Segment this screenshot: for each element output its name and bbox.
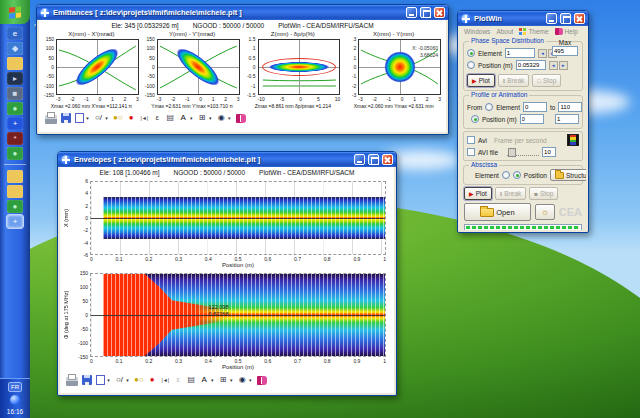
position-from-field[interactable] (520, 114, 544, 124)
position-radio[interactable] (467, 61, 475, 69)
grid-icon[interactable]: ▤ (166, 113, 175, 124)
start-button[interactable] (0, 0, 30, 24)
minimize-button[interactable] (546, 13, 557, 24)
spin-left-icon[interactable]: ◄ (538, 49, 547, 58)
language-indicator[interactable]: FR (8, 382, 22, 392)
layout-icon[interactable]: ⊞ (198, 113, 207, 124)
eye-icon[interactable]: ◉ (217, 113, 226, 124)
plot-canvas[interactable]: X: -0.05060 3.68024 (358, 39, 441, 95)
plotwin-titlebar[interactable]: PlotWin (458, 11, 588, 26)
minimize-button[interactable] (406, 7, 417, 18)
eye-caret[interactable]: ▾ (227, 116, 232, 121)
avi-file-checkbox[interactable] (467, 148, 475, 156)
element-to-field[interactable] (558, 102, 582, 112)
task-folder-window-2[interactable] (7, 185, 23, 198)
task-folder-window-1[interactable] (7, 170, 23, 183)
structure-button[interactable]: Structure (550, 169, 586, 181)
layout-caret[interactable]: ▾ (208, 116, 213, 121)
emittance-epsilon-icon[interactable]: ε (174, 375, 183, 386)
fps-slider[interactable] (507, 148, 539, 156)
tray-icon[interactable] (10, 395, 20, 405)
abscissa-stop-button[interactable]: ■ Stop (529, 187, 558, 200)
copy-dropdown-caret[interactable]: ▾ (85, 116, 90, 121)
text-icon[interactable]: A (179, 113, 188, 124)
plot-canvas[interactable] (90, 181, 386, 255)
spin-left-icon[interactable]: ◄ (549, 61, 558, 70)
plot-canvas[interactable] (258, 39, 341, 95)
quicklaunch-display-app[interactable]: ■ (7, 87, 23, 100)
task-plotwin-window[interactable]: + (7, 215, 23, 228)
close-button[interactable] (434, 7, 445, 18)
open-button[interactable]: Open (464, 203, 531, 221)
marker-style-caret[interactable]: ▾ (104, 116, 109, 121)
envelopes-titlebar[interactable]: Envelopes [ z:\dev\projets\ifmif\michele… (58, 152, 396, 167)
element-from-field[interactable] (523, 102, 547, 112)
print-icon[interactable] (66, 377, 78, 386)
point-color-icon[interactable]: ●○ (113, 113, 123, 124)
record-icon[interactable]: ● (127, 113, 136, 124)
quicklaunch-green-orb-2[interactable]: ● (7, 147, 23, 160)
quicklaunch-folder[interactable] (7, 57, 23, 70)
range-icon[interactable]: |◄| (161, 375, 170, 386)
emittances-titlebar[interactable]: Emittances [ z:\dev\projets\ifmif\michel… (37, 5, 448, 20)
settings-button[interactable]: ☼ (535, 204, 555, 220)
marker-style-icon[interactable]: ○/ (115, 375, 124, 386)
save-icon[interactable] (61, 113, 71, 123)
plot-button[interactable]: ▶ Plot (467, 74, 495, 87)
record-icon[interactable]: ● (148, 375, 157, 386)
menu-windows[interactable]: Windows (464, 28, 490, 35)
copy-icon[interactable] (96, 375, 105, 385)
menu-help[interactable]: Help (555, 28, 578, 35)
grid-icon[interactable]: ▤ (187, 375, 196, 386)
task-green-app-window[interactable]: ● (7, 200, 23, 213)
maximize-button[interactable] (420, 7, 431, 18)
quicklaunch-app-blue[interactable]: ◆ (7, 42, 23, 55)
plot-canvas[interactable] (56, 39, 139, 95)
maximize-button[interactable] (368, 154, 379, 165)
eye-caret[interactable]: ▾ (248, 378, 253, 383)
close-button[interactable] (382, 154, 393, 165)
layout-icon[interactable]: ⊞ (219, 375, 228, 386)
minimize-button[interactable] (354, 154, 365, 165)
quicklaunch-media-app[interactable]: ▸ (7, 72, 23, 85)
help-book-icon[interactable] (257, 376, 267, 385)
close-button[interactable] (574, 13, 585, 24)
quicklaunch-green-orb[interactable]: ● (7, 102, 23, 115)
text-icon[interactable]: A (200, 375, 209, 386)
print-icon[interactable] (45, 115, 57, 124)
break-button[interactable]: ‖ Break (498, 74, 529, 87)
plot-canvas[interactable] (157, 39, 240, 95)
copy-icon[interactable] (75, 113, 84, 123)
range-icon[interactable]: |◄| (140, 113, 149, 124)
point-color-icon[interactable]: ●○ (134, 375, 144, 386)
emittance-epsilon-icon[interactable]: ε (153, 113, 162, 124)
fps-field[interactable] (542, 147, 556, 157)
element-radio[interactable] (467, 49, 475, 57)
layout-caret[interactable]: ▾ (229, 378, 234, 383)
abscissa-break-button[interactable]: ‖ Break (495, 187, 526, 200)
position-spinner[interactable]: ◄ ► (549, 61, 568, 70)
profile-position-radio[interactable] (471, 115, 479, 123)
quicklaunch-red-app[interactable]: * (7, 132, 23, 145)
plot-canvas[interactable]: 122.098 0.82268 (90, 273, 386, 357)
abscissa-position-radio[interactable] (513, 171, 521, 179)
marker-style-icon[interactable]: ○/ (94, 113, 103, 124)
element-field[interactable] (505, 48, 535, 58)
max-field[interactable] (552, 46, 578, 56)
maximize-button[interactable] (560, 13, 571, 24)
stop-button[interactable]: □ Stop (532, 74, 561, 87)
copy-dropdown-caret[interactable]: ▾ (106, 378, 111, 383)
text-caret[interactable]: ▾ (189, 116, 194, 121)
position-field[interactable] (516, 60, 546, 70)
avi-checkbox[interactable] (467, 136, 475, 144)
abscissa-plot-button[interactable]: ▶ Plot (464, 187, 492, 200)
save-icon[interactable] (82, 375, 92, 385)
spin-right-icon[interactable]: ► (559, 61, 568, 70)
text-caret[interactable]: ▾ (210, 378, 215, 383)
position-to-field[interactable] (555, 114, 579, 124)
help-book-icon[interactable] (236, 114, 246, 123)
quicklaunch-internet-explorer[interactable]: e (7, 27, 23, 40)
menu-theme[interactable]: Theme (519, 28, 548, 35)
profile-element-radio[interactable] (485, 103, 493, 111)
abscissa-element-radio[interactable] (502, 171, 510, 179)
